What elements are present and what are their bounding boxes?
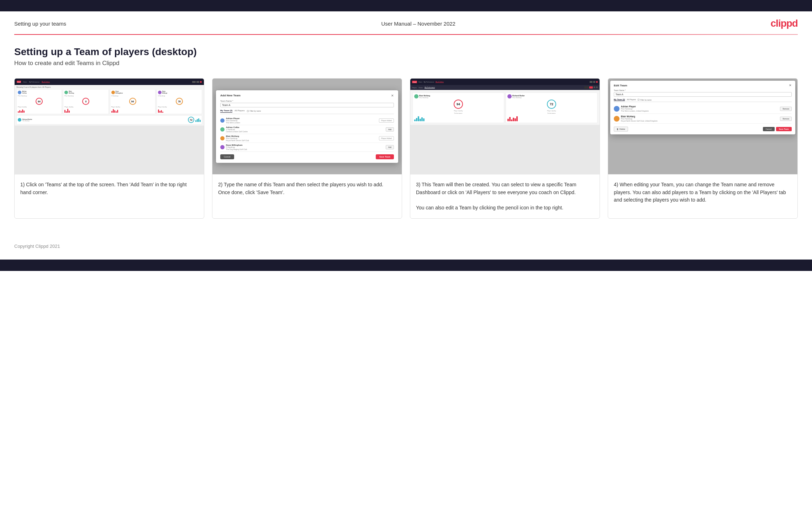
bottom-bar <box>0 260 812 271</box>
edit-cancel-button[interactable]: Cancel <box>763 127 775 131</box>
player-avatar <box>220 136 225 140</box>
edit-team-modal: Edit Team ✕ Team Name * Team A My Team (… <box>610 81 795 134</box>
page-subtitle: How to create and edit Teams in Clippd <box>14 60 798 67</box>
add-team-modal: Add New Team ✕ Team Name * Team A My Tea… <box>216 90 398 163</box>
edit-tab-all-players[interactable]: All Players <box>627 98 636 101</box>
edit-modal-footer: 🗑 Delete Cancel Save Team <box>614 127 792 132</box>
cards-row: clippd Home My Performance My fd Teams S… <box>14 78 798 219</box>
add-player-button[interactable]: Add <box>386 145 394 149</box>
player-row-dave: Dave Billingham 5 HandicapThe Dog Maging… <box>220 143 394 152</box>
player-avatar <box>220 145 225 149</box>
card-2: Add New Team ✕ Team Name * Team A My Tea… <box>212 78 402 219</box>
header-section-title: Setting up your teams <box>14 21 66 27</box>
footer: Copyright Clippd 2021 <box>0 240 812 252</box>
player-row-blair: Blair McHarg Plus HandicapRoyal North De… <box>220 134 394 143</box>
tab-my-team[interactable]: My Team (2) <box>220 110 232 113</box>
card-2-text: 2) Type the name of this Team and then s… <box>212 175 402 218</box>
tab-all-players[interactable]: All Players <box>234 110 244 113</box>
edit-modal-tabs: My Team (2) All Players Filter by name <box>614 98 792 102</box>
player-row-adrian: Adrian Player Plus HandicapThe Shire Lon… <box>220 116 394 125</box>
add-player-button[interactable]: Add <box>386 127 394 132</box>
player-info: Blair McHarg Plus HandicapRoyal North De… <box>621 115 779 122</box>
team-name-label: Team Name * <box>220 100 394 102</box>
top-bar <box>0 0 812 11</box>
edit-team-modal-title: Edit Team <box>614 84 627 87</box>
player-info: Adrian Player Plus HandicapThe Shire Lon… <box>621 105 779 112</box>
header-manual-title: User Manual – November 2022 <box>381 21 455 27</box>
copyright-text: Copyright Clippd 2021 <box>14 244 60 249</box>
card-1-text: 1) Click on 'Teams' at the top of the sc… <box>15 175 204 218</box>
page-title: Setting up a Team of players (desktop) <box>14 46 798 58</box>
player-row-colba: Adrian Colba 1 HandicapCentral London Go… <box>220 125 394 134</box>
header: Setting up your teams User Manual – Nove… <box>0 11 812 34</box>
edit-tab-my-team[interactable]: My Team (2) <box>614 98 625 101</box>
card-4-text: 4) When editing your Team, you can chang… <box>608 175 797 218</box>
remove-player-button[interactable]: Remove <box>780 107 792 111</box>
player-avatar <box>614 116 619 122</box>
screenshot-1: clippd Home My Performance My fd Teams S… <box>15 79 204 175</box>
player-info: Adrian Colba 1 HandicapCentral London Go… <box>226 126 384 133</box>
screenshot-3: clippd Home My Performance My fd Teams P… <box>410 79 600 175</box>
filter-by-name[interactable]: Filter by name <box>247 110 261 113</box>
edit-filter-checkbox-icon[interactable] <box>638 99 639 101</box>
team-name-input[interactable]: Team A <box>220 103 394 107</box>
players-list: Adrian Player Plus HandicapThe Shire Lon… <box>220 116 394 152</box>
card-4: Edit Team ✕ Team Name * Team A My Team (… <box>608 78 798 219</box>
filter-checkbox-icon[interactable] <box>247 110 249 112</box>
screenshot-4: Edit Team ✕ Team Name * Team A My Team (… <box>608 79 797 175</box>
remove-player-button[interactable]: Remove <box>780 117 792 121</box>
add-team-close-icon[interactable]: ✕ <box>391 94 394 97</box>
player-added-badge: Player Added <box>379 136 394 140</box>
edit-player-row-blair: Blair McHarg Plus HandicapRoyal North De… <box>614 114 792 124</box>
modal-tabs: My Team (2) All Players Filter by name <box>220 110 394 114</box>
screenshot-2: Add New Team ✕ Team Name * Team A My Tea… <box>212 79 402 175</box>
player-avatar <box>220 127 225 132</box>
player-info: Blair McHarg Plus HandicapRoyal North De… <box>226 135 378 142</box>
player-info: Dave Billingham 5 HandicapThe Dog Maging… <box>226 144 384 150</box>
edit-team-name-label: Team Name * <box>614 89 792 91</box>
edit-filter-name[interactable]: Filter by name <box>638 98 652 101</box>
page-content: Setting up a Team of players (desktop) H… <box>0 35 812 236</box>
edit-player-row-adrian: Adrian Player Plus HandicapThe Shire Lon… <box>614 104 792 114</box>
logo: clippd <box>771 18 798 29</box>
delete-team-button[interactable]: 🗑 Delete <box>614 127 628 132</box>
ss1-topbar: clippd Home My Performance My fd Teams <box>15 79 204 85</box>
player-info: Adrian Player Plus HandicapThe Shire Lon… <box>226 117 378 124</box>
player-avatar <box>614 106 619 112</box>
trash-icon: 🗑 <box>617 128 619 130</box>
edit-team-close-icon[interactable]: ✕ <box>789 84 792 87</box>
edit-team-name-input[interactable]: Team A <box>614 92 792 97</box>
add-team-modal-title: Add New Team <box>220 94 241 97</box>
card-3: clippd Home My Performance My fd Teams P… <box>410 78 600 219</box>
player-added-badge: Player Added <box>379 118 394 123</box>
cancel-button[interactable]: Cancel <box>220 154 234 159</box>
card-3-text: 3) This Team will then be created. You c… <box>410 175 600 218</box>
edit-save-team-button[interactable]: Save Team <box>776 127 792 131</box>
edit-footer-right: Cancel Save Team <box>763 127 792 131</box>
card-1: clippd Home My Performance My fd Teams S… <box>14 78 204 219</box>
player-avatar <box>220 118 225 123</box>
save-team-button[interactable]: Save Team <box>376 154 394 159</box>
modal-footer: Cancel Save Team <box>220 154 394 159</box>
